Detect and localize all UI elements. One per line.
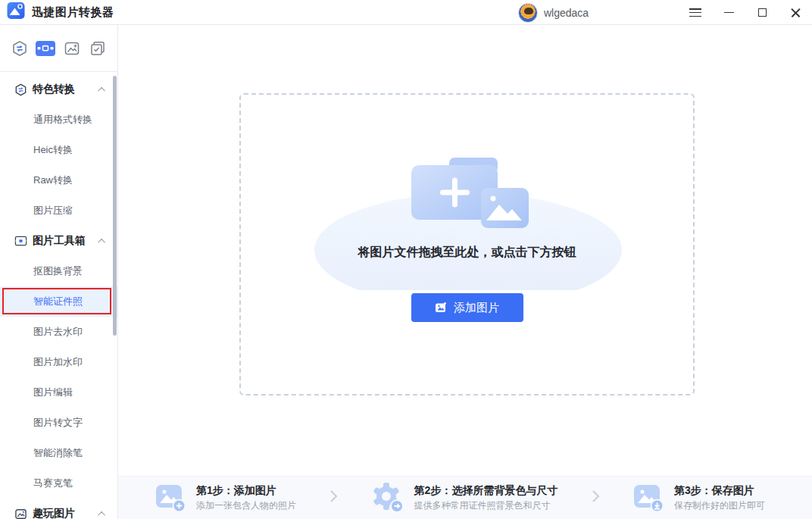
tab-batch-check[interactable] [86,37,109,60]
minimize-button[interactable] [712,0,745,25]
sidebar-item-image-edit[interactable]: 图片编辑 [0,377,117,408]
minimize-icon [724,12,734,14]
app-brand: 迅捷图片转换器 [0,2,114,23]
sidebar-item-heic-convert[interactable]: Heic转换 [0,135,117,165]
add-image-icon [435,302,448,314]
window-controls [679,0,812,25]
hexagon-swap-icon [14,83,27,96]
main-panel: 将图片文件拖拽至此处，或点击下方按钮 添加图片 [118,25,812,519]
app-menu-button[interactable] [679,0,712,25]
sidebar-item-remove-watermark[interactable]: 图片去水印 [0,317,117,347]
section-label: 趣玩图片 [33,507,75,519]
sidebar-item-cutout-background[interactable]: 抠图换背景 [0,256,117,286]
tab-format-convert[interactable] [8,37,31,60]
sidebar-item-id-photo[interactable]: 智能证件照 [0,286,117,317]
collapse-caret-icon [98,511,105,518]
tab-fun-image[interactable] [61,37,83,60]
tab-image-toolbox[interactable] [34,37,57,60]
chevron-right-icon [329,488,338,508]
fun-image-icon [14,508,27,519]
sidebar-item-general-convert[interactable]: 通用格式转换 [0,105,117,135]
user-avatar[interactable] [518,3,538,23]
sidebar-menu: 特色转换 通用格式转换 Heic转换 Raw转换 图片压缩 图片工具箱 抠图换背… [0,72,117,519]
close-button[interactable] [779,0,812,25]
app-logo-icon [7,2,25,23]
sidebar-scrollbar[interactable] [113,76,117,336]
settings-gear-step-icon [371,482,404,514]
sidebar-item-add-watermark[interactable]: 图片加水印 [0,347,117,377]
sidebar: 特色转换 通用格式转换 Heic转换 Raw转换 图片压缩 图片工具箱 抠图换背… [0,25,118,519]
fun-image-icon [64,40,80,57]
section-label: 图片工具箱 [33,234,86,248]
toolbox-icon [36,39,55,58]
sidebar-section-fun-image[interactable]: 趣玩图片 [0,499,117,519]
close-icon [791,8,801,17]
image-dropzone[interactable]: 将图片文件拖拽至此处，或点击下方按钮 添加图片 [239,93,695,396]
copy-check-icon [89,40,106,57]
step-desc: 添加一张包含人物的照片 [196,499,296,512]
maximize-button[interactable] [745,0,779,25]
sidebar-section-image-toolbox[interactable]: 图片工具箱 [0,226,117,256]
step-title: 第3步：保存图片 [674,484,765,498]
step-desc: 保存制作好的图片即可 [674,499,765,512]
dropzone-hint: 将图片文件拖拽至此处，或点击下方按钮 [241,245,693,261]
add-image-button-label: 添加图片 [454,301,499,315]
upload-folder-illustration [301,139,634,293]
section-label: 特色转换 [33,83,75,96]
sidebar-item-label: 智能证件照 [33,295,83,308]
step-desc: 提供多种常用证件照背景色和尺寸 [414,499,558,512]
save-image-step-icon [632,483,664,513]
photo-card [481,188,529,228]
collapse-caret-icon [98,238,105,245]
hexagon-swap-icon [11,40,28,57]
collapse-caret-icon [98,86,105,94]
titlebar: 迅捷图片转换器 wlgedaca [0,0,812,25]
step-3: 第3步：保存图片 保存制作好的图片即可 [632,483,765,513]
step-2: 第2步：选择所需背景色与尺寸 提供多种常用证件照背景色和尺寸 [371,482,558,514]
step-title: 第2步：选择所需背景色与尺寸 [414,484,558,498]
nav-tab-row [0,25,117,72]
sidebar-section-special-convert[interactable]: 特色转换 [0,74,117,105]
step-title: 第1步：添加图片 [196,484,296,498]
hamburger-menu-icon [689,8,701,17]
sidebar-item-raw-convert[interactable]: Raw转换 [0,165,117,195]
step-1: 第1步：添加图片 添加一张包含人物的照片 [155,483,296,513]
sidebar-item-image-compress[interactable]: 图片压缩 [0,195,117,226]
toolbox-icon [14,235,27,247]
add-image-button[interactable]: 添加图片 [411,293,523,322]
sidebar-item-image-to-text[interactable]: 图片转文字 [0,408,117,438]
add-photo-step-icon [155,483,186,513]
sidebar-item-smart-eraser[interactable]: 智能消除笔 [0,438,117,468]
sidebar-item-mosaic-pen[interactable]: 马赛克笔 [0,468,117,499]
app-title: 迅捷图片转换器 [32,5,114,20]
username: wlgedaca [544,7,589,19]
user-account[interactable]: wlgedaca [518,0,589,25]
chevron-right-icon [591,488,600,508]
maximize-icon [758,8,767,17]
steps-bar: 第1步：添加图片 添加一张包含人物的照片 [118,476,812,519]
app-body: 特色转换 通用格式转换 Heic转换 Raw转换 图片压缩 图片工具箱 抠图换背… [0,25,812,519]
